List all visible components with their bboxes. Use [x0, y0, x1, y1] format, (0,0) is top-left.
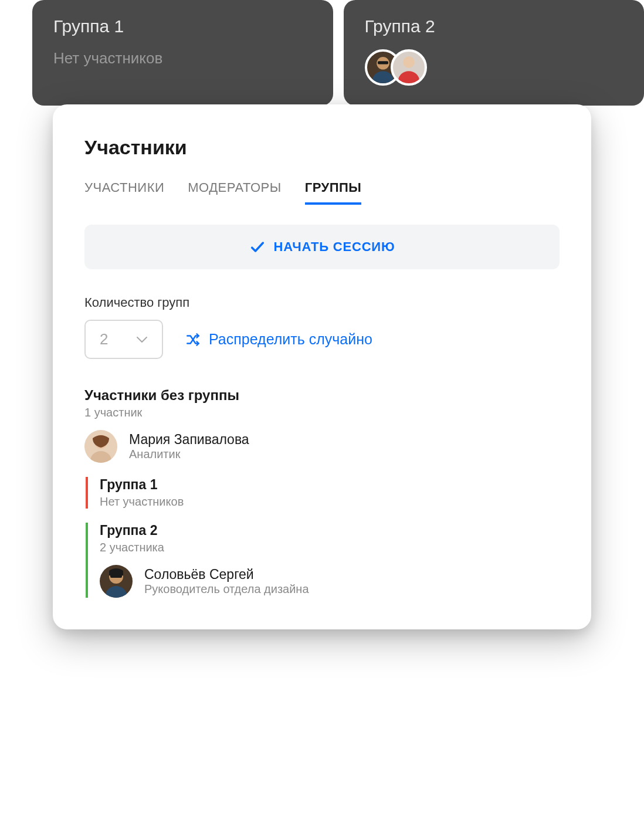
group-card-title: Группа 1	[53, 16, 312, 36]
participant-role: Руководитель отдела дизайна	[144, 582, 309, 596]
group-card-avatars	[365, 49, 623, 86]
svg-point-4	[398, 71, 419, 83]
shuffle-icon	[185, 332, 201, 347]
group-section-1[interactable]: Группа 1 Нет участников	[86, 477, 560, 509]
tab-groups[interactable]: ГРУППЫ	[305, 180, 362, 205]
participants-panel: Участники УЧАСТНИКИ МОДЕРАТОРЫ ГРУППЫ НА…	[53, 104, 591, 629]
chevron-down-icon	[136, 336, 148, 343]
svg-point-1	[372, 71, 394, 83]
participant-role: Аналитик	[129, 448, 249, 461]
participant-name: Мария Запивалова	[129, 432, 249, 448]
avatar	[100, 565, 133, 598]
start-session-label: НАЧАТЬ СЕССИЮ	[274, 239, 395, 255]
group-card-1[interactable]: Группа 1 Нет участников	[32, 0, 333, 106]
participant-info: Мария Запивалова Аналитик	[129, 432, 249, 461]
group-section-2[interactable]: Группа 2 2 участника Соловьёв Сергей Рук…	[86, 523, 560, 598]
participant-name: Соловьёв Сергей	[144, 567, 309, 582]
group-card-title: Группа 2	[365, 16, 623, 36]
check-icon	[249, 239, 266, 255]
shuffle-button[interactable]: Распределить случайно	[185, 331, 372, 348]
svg-point-6	[90, 451, 111, 463]
participant-info: Соловьёв Сергей Руководитель отдела диза…	[144, 567, 309, 596]
participant-row[interactable]: Мария Запивалова Аналитик	[84, 430, 560, 463]
tab-moderators[interactable]: МОДЕРАТОРЫ	[188, 180, 281, 205]
participant-row[interactable]: Соловьёв Сергей Руководитель отдела диза…	[100, 565, 560, 598]
ungrouped-title: Участники без группы	[84, 387, 560, 404]
avatar	[391, 49, 427, 86]
svg-point-3	[403, 56, 415, 68]
svg-rect-2	[378, 61, 388, 64]
panel-title: Участники	[84, 136, 560, 159]
start-session-button[interactable]: НАЧАТЬ СЕССИЮ	[84, 225, 560, 269]
group-card-subtitle: Нет участников	[53, 49, 312, 67]
tabs: УЧАСТНИКИ МОДЕРАТОРЫ ГРУППЫ	[84, 180, 560, 205]
shuffle-label: Распределить случайно	[209, 331, 372, 348]
ungrouped-subtitle: 1 участник	[84, 406, 560, 419]
svg-rect-8	[110, 575, 122, 578]
group-title: Группа 2	[100, 523, 560, 538]
group-count-row: 2 Распределить случайно	[84, 320, 560, 359]
group-subtitle: 2 участника	[100, 541, 560, 554]
group-count-label: Количество групп	[84, 295, 560, 310]
group-count-value: 2	[100, 330, 108, 348]
avatar	[84, 430, 117, 463]
ungrouped-section: Участники без группы 1 участник Мария За…	[84, 387, 560, 463]
group-card-2[interactable]: Группа 2	[344, 0, 645, 106]
top-group-cards: Группа 1 Нет участников Группа 2	[0, 0, 644, 106]
group-title: Группа 1	[100, 477, 560, 493]
svg-point-9	[106, 586, 127, 598]
group-subtitle: Нет участников	[100, 495, 560, 509]
tab-participants[interactable]: УЧАСТНИКИ	[84, 180, 164, 205]
group-count-select[interactable]: 2	[84, 320, 163, 359]
